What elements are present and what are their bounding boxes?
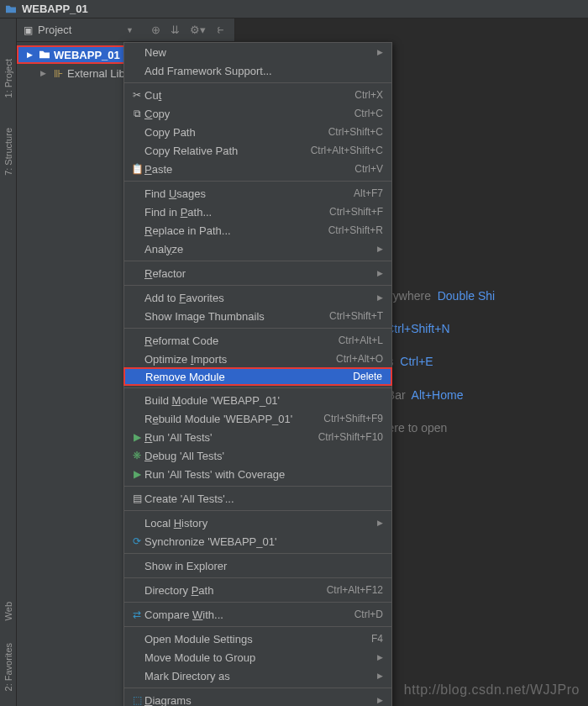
project-name: WEBAPP_01 bbox=[22, 3, 88, 15]
menu-item-label: Cut bbox=[144, 89, 354, 102]
menu-separator bbox=[124, 553, 391, 554]
menu-item[interactable]: Copy Relative PathCtrl+Alt+Shift+C bbox=[124, 141, 391, 160]
menu-item-label: Rebuild Module 'WEBAPP_01' bbox=[144, 413, 323, 425]
menu-separator bbox=[124, 688, 391, 688]
menu-item[interactable]: ▶Run 'All Tests'Ctrl+Shift+F10 bbox=[124, 428, 391, 446]
menu-item[interactable]: Reformat CodeCtrl+Alt+L bbox=[124, 331, 391, 350]
shortcut-hint: Ctrl+E bbox=[400, 355, 433, 368]
context-menu: New▶Add Framework Support...✂CutCtrl+X⧉C… bbox=[123, 42, 392, 706]
menu-item-label: Refactor bbox=[144, 267, 372, 280]
tab-structure[interactable]: 7: Structure bbox=[2, 121, 15, 182]
menu-item[interactable]: Local History▶ bbox=[124, 514, 391, 532]
tab-project[interactable]: 1: Project bbox=[2, 52, 15, 104]
expand-arrow-icon[interactable]: ▶ bbox=[40, 69, 49, 77]
menu-item[interactable]: Move Module to Group▶ bbox=[124, 648, 391, 666]
menu-item[interactable]: Find UsagesAlt+F7 bbox=[124, 184, 391, 203]
locate-icon[interactable]: ⊕ bbox=[149, 24, 163, 36]
menu-item-label: Reformat Code bbox=[144, 335, 339, 347]
menu-item[interactable]: New▶ bbox=[124, 43, 391, 61]
menu-item[interactable]: Analyze▶ bbox=[124, 240, 391, 258]
menu-shortcut: Ctrl+V bbox=[354, 163, 383, 175]
submenu-arrow-icon: ▶ bbox=[377, 269, 383, 277]
menu-item[interactable]: Copy PathCtrl+Shift+C bbox=[124, 123, 391, 141]
menu-item[interactable]: Show in Explorer bbox=[124, 556, 391, 575]
watermark-text: http://blog.csdn.net/WJJPro bbox=[404, 682, 580, 698]
menu-separator bbox=[124, 328, 391, 329]
menu-item[interactable]: ⬚Diagrams▶ bbox=[124, 691, 391, 706]
menu-item-icon: ▤ bbox=[129, 493, 144, 504]
menu-shortcut: Ctrl+Shift+F10 bbox=[318, 431, 383, 443]
hide-icon[interactable]: ⥼ bbox=[213, 24, 228, 36]
menu-separator bbox=[124, 626, 391, 627]
menu-item-label: Analyze bbox=[144, 243, 372, 256]
menu-shortcut: Ctrl+Alt+Shift+C bbox=[311, 145, 383, 156]
panel-header: ▣ Project ▼ ⊕ ⇊ ⚙▾ ⥼ bbox=[17, 18, 234, 42]
menu-item[interactable]: Open Module SettingsF4 bbox=[124, 630, 391, 648]
menu-item[interactable]: ⟳Synchronize 'WEBAPP_01' bbox=[124, 532, 391, 551]
menu-item[interactable]: Optimize ImportsCtrl+Alt+O bbox=[124, 350, 391, 368]
menu-separator bbox=[124, 261, 391, 261]
menu-item-label: Mark Directory as bbox=[144, 670, 372, 682]
menu-item-icon: ❋ bbox=[129, 450, 144, 461]
menu-shortcut: Ctrl+Alt+O bbox=[336, 353, 383, 365]
menu-item[interactable]: ❋Debug 'All Tests' bbox=[124, 446, 391, 465]
submenu-arrow-icon: ▶ bbox=[377, 48, 383, 56]
menu-shortcut: Alt+F7 bbox=[354, 187, 383, 199]
menu-item-label: Copy Relative Path bbox=[144, 145, 311, 157]
menu-item-label: Optimize Imports bbox=[144, 353, 336, 366]
menu-item-label: Open Module Settings bbox=[144, 633, 371, 645]
menu-separator bbox=[124, 486, 391, 487]
menu-shortcut: Ctrl+Shift+C bbox=[328, 126, 383, 138]
shortcut-hint: Alt+Home bbox=[412, 388, 464, 402]
menu-item-label: Add Framework Support... bbox=[144, 65, 383, 77]
tool-window-tabs: 1: Project 7: Structure Web 2: Favorites bbox=[0, 18, 17, 706]
menu-item-label: Find Usages bbox=[144, 187, 354, 200]
expand-arrow-icon[interactable]: ▶ bbox=[27, 50, 35, 59]
menu-item-label: Build Module 'WEBAPP_01' bbox=[144, 394, 383, 407]
menu-item[interactable]: Find in Path...Ctrl+Shift+F bbox=[124, 203, 391, 221]
menu-separator bbox=[124, 285, 391, 286]
chevron-down-icon[interactable]: ▼ bbox=[126, 26, 134, 34]
menu-item[interactable]: Mark Directory as▶ bbox=[124, 666, 391, 685]
menu-item[interactable]: Rebuild Module 'WEBAPP_01'Ctrl+Shift+F9 bbox=[124, 409, 391, 428]
menu-item-label: Paste bbox=[144, 163, 354, 176]
menu-item-icon: ⬚ bbox=[129, 694, 144, 706]
collapse-icon[interactable]: ⇊ bbox=[168, 24, 182, 36]
gear-icon[interactable]: ⚙▾ bbox=[187, 24, 208, 36]
menu-shortcut: Ctrl+X bbox=[354, 89, 383, 101]
menu-shortcut: F4 bbox=[371, 633, 383, 645]
menu-item[interactable]: Build Module 'WEBAPP_01' bbox=[124, 391, 391, 409]
menu-item[interactable]: ✂CutCtrl+X bbox=[124, 86, 391, 104]
menu-item-label: Diagrams bbox=[144, 694, 372, 707]
submenu-arrow-icon: ▶ bbox=[377, 672, 383, 680]
menu-item-label: New bbox=[144, 46, 372, 59]
menu-item[interactable]: Replace in Path...Ctrl+Shift+R bbox=[124, 221, 391, 240]
menu-shortcut: Ctrl+Shift+R bbox=[328, 224, 383, 236]
menu-item[interactable]: Remove ModuleDelete bbox=[123, 367, 392, 386]
menu-item[interactable]: ▶Run 'All Tests' with Coverage bbox=[124, 465, 391, 483]
menu-item-label: Synchronize 'WEBAPP_01' bbox=[144, 535, 383, 548]
menu-item[interactable]: Show Image ThumbnailsCtrl+Shift+T bbox=[124, 307, 391, 325]
tab-favorites[interactable]: 2: Favorites bbox=[2, 636, 15, 698]
menu-item-label: Run 'All Tests' with Coverage bbox=[144, 468, 383, 481]
menu-item-icon: ⟳ bbox=[129, 535, 144, 547]
menu-item[interactable]: ▤Create 'All Tests'... bbox=[124, 489, 391, 508]
menu-item[interactable]: ⇄Compare With...Ctrl+D bbox=[124, 605, 391, 624]
menu-item-label: Local History bbox=[144, 517, 372, 530]
shortcut-hint: Ctrl+Shift+N bbox=[386, 322, 449, 335]
panel-title[interactable]: Project bbox=[38, 24, 121, 36]
menu-separator bbox=[124, 82, 391, 83]
shortcut-hint: Double Shi bbox=[438, 289, 496, 303]
menu-item[interactable]: Add to Favorites▶ bbox=[124, 288, 391, 307]
menu-item[interactable]: ⧉CopyCtrl+C bbox=[124, 104, 391, 123]
menu-item[interactable]: Directory PathCtrl+Alt+F12 bbox=[124, 581, 391, 599]
menu-item-label: Create 'All Tests'... bbox=[144, 493, 383, 505]
menu-item-label: Copy Path bbox=[144, 126, 328, 139]
menu-item[interactable]: 📋PasteCtrl+V bbox=[124, 160, 391, 178]
tab-web[interactable]: Web bbox=[2, 595, 15, 627]
menu-item[interactable]: Refactor▶ bbox=[124, 264, 391, 282]
menu-item[interactable]: Add Framework Support... bbox=[124, 61, 391, 80]
submenu-arrow-icon: ▶ bbox=[377, 653, 383, 661]
menu-item-icon: 📋 bbox=[129, 163, 144, 175]
submenu-arrow-icon: ▶ bbox=[377, 293, 383, 302]
